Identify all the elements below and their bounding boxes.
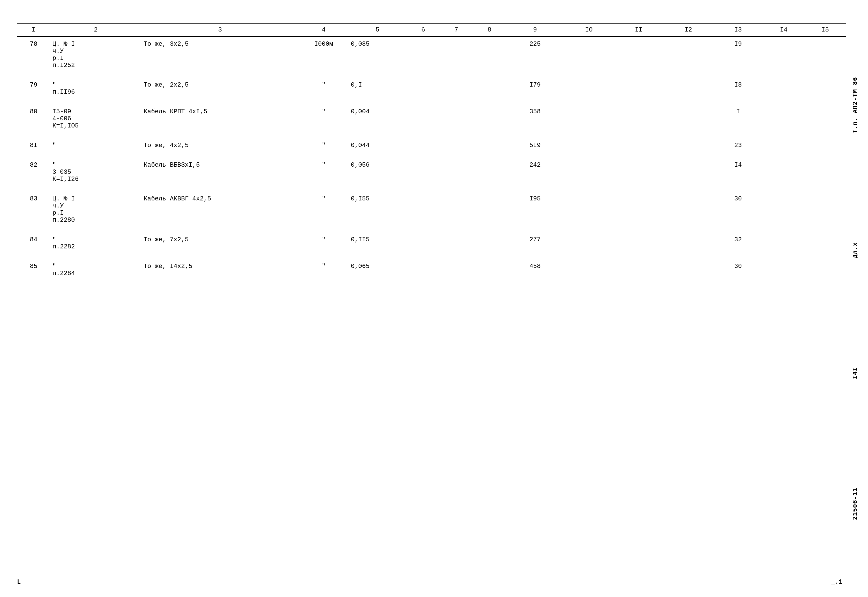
cell-6-11 xyxy=(664,233,713,254)
cell-6-2: То же, 7x2,5 xyxy=(141,233,299,254)
cell-2-11 xyxy=(664,105,713,133)
table-row: 78Ц. № I ч.У р.I п.I252То же, 3x2,5I000м… xyxy=(17,37,846,73)
header-row: I 2 3 4 5 6 7 8 9 IO II I2 I3 I4 I5 xyxy=(17,23,846,37)
cell-5-2: Кабель АКВВГ 4x2,5 xyxy=(141,192,299,227)
cell-0-8: 225 xyxy=(506,37,564,73)
cell-2-4: 0,004 xyxy=(349,105,407,133)
cell-2-2: Кабель КРПТ 4xI,5 xyxy=(141,105,299,133)
cell-5-0: 83 xyxy=(17,192,50,227)
table-row: 82" 3-035 К=I,I26Кабель ВБВЗxI,5"0,05624… xyxy=(17,158,846,186)
cell-3-12: 23 xyxy=(713,138,763,153)
cell-5-1: Ц. № I ч.У р.I п.2280 xyxy=(50,192,141,227)
cell-1-13 xyxy=(763,78,804,99)
cell-6-7 xyxy=(473,233,506,254)
side-label-2: Дл.х xyxy=(852,242,859,258)
cell-5-7 xyxy=(473,192,506,227)
cell-7-3: " xyxy=(299,260,349,281)
col-header-15: I5 xyxy=(804,23,846,37)
cell-7-14 xyxy=(804,260,846,281)
cell-1-9 xyxy=(564,78,614,99)
cell-4-14 xyxy=(804,158,846,186)
cell-0-0: 78 xyxy=(17,37,50,73)
cell-4-1: " 3-035 К=I,I26 xyxy=(50,158,141,186)
cell-7-1: " п.2284 xyxy=(50,260,141,281)
cell-6-10 xyxy=(614,233,663,254)
table-row: 83Ц. № I ч.У р.I п.2280Кабель АКВВГ 4x2,… xyxy=(17,192,846,227)
cell-3-9 xyxy=(564,138,614,153)
side-label-4: 21506-11 xyxy=(852,488,859,520)
bottom-left-label: L xyxy=(17,579,21,586)
cell-6-0: 84 xyxy=(17,233,50,254)
cell-7-8: 458 xyxy=(506,260,564,281)
cell-7-11 xyxy=(664,260,713,281)
row-spacer xyxy=(17,227,846,233)
cell-2-10 xyxy=(614,105,663,133)
cell-3-4: 0,044 xyxy=(349,138,407,153)
col-header-11: II xyxy=(614,23,663,37)
cell-3-5 xyxy=(407,138,440,153)
cell-0-6 xyxy=(440,37,473,73)
cell-2-3: " xyxy=(299,105,349,133)
cell-4-6 xyxy=(440,158,473,186)
cell-4-7 xyxy=(473,158,506,186)
col-header-7: 7 xyxy=(440,23,473,37)
cell-2-14 xyxy=(804,105,846,133)
cell-0-5 xyxy=(407,37,440,73)
cell-2-12: I xyxy=(713,105,763,133)
cell-3-13 xyxy=(763,138,804,153)
cell-4-10 xyxy=(614,158,663,186)
cell-6-1: " п.2282 xyxy=(50,233,141,254)
cell-5-4: 0,I55 xyxy=(349,192,407,227)
col-header-12: I2 xyxy=(664,23,713,37)
cell-1-11 xyxy=(664,78,713,99)
cell-4-9 xyxy=(564,158,614,186)
row-spacer xyxy=(17,73,846,78)
page-container: I 2 3 4 5 6 7 8 9 IO II I2 I3 I4 I5 78Ц.… xyxy=(0,0,868,597)
cell-4-5 xyxy=(407,158,440,186)
cell-4-0: 82 xyxy=(17,158,50,186)
cell-6-8: 277 xyxy=(506,233,564,254)
row-spacer xyxy=(17,99,846,105)
side-label-1: Т.п. АП2-ТМ 86 xyxy=(852,77,859,134)
col-header-6: 6 xyxy=(407,23,440,37)
cell-0-4: 0,085 xyxy=(349,37,407,73)
cell-3-7 xyxy=(473,138,506,153)
col-header-9: 9 xyxy=(506,23,564,37)
cell-7-12: 30 xyxy=(713,260,763,281)
cell-3-1: " xyxy=(50,138,141,153)
side-label-3: I4I xyxy=(852,367,859,379)
cell-4-3: " xyxy=(299,158,349,186)
col-header-3: 3 xyxy=(141,23,299,37)
cell-5-14 xyxy=(804,192,846,227)
row-spacer xyxy=(17,186,846,192)
bottom-right-label: _.1 xyxy=(831,579,843,586)
col-header-4: 4 xyxy=(299,23,349,37)
cell-1-12: I8 xyxy=(713,78,763,99)
col-header-5: 5 xyxy=(349,23,407,37)
cell-6-5 xyxy=(407,233,440,254)
cell-7-0: 85 xyxy=(17,260,50,281)
cell-7-13 xyxy=(763,260,804,281)
cell-2-8: 358 xyxy=(506,105,564,133)
col-header-8: 8 xyxy=(473,23,506,37)
col-header-10: IO xyxy=(564,23,614,37)
cell-3-10 xyxy=(614,138,663,153)
row-spacer xyxy=(17,254,846,260)
cell-0-1: Ц. № I ч.У р.I п.I252 xyxy=(50,37,141,73)
cell-0-7 xyxy=(473,37,506,73)
cell-7-5 xyxy=(407,260,440,281)
cell-2-7 xyxy=(473,105,506,133)
cell-0-13 xyxy=(763,37,804,73)
cell-5-3: " xyxy=(299,192,349,227)
col-header-13: I3 xyxy=(713,23,763,37)
cell-2-13 xyxy=(763,105,804,133)
cell-7-2: То же, I4x2,5 xyxy=(141,260,299,281)
cell-4-12: I4 xyxy=(713,158,763,186)
cell-4-11 xyxy=(664,158,713,186)
cell-0-2: То же, 3x2,5 xyxy=(141,37,299,73)
cell-7-9 xyxy=(564,260,614,281)
cell-3-8: 5I9 xyxy=(506,138,564,153)
cell-6-9 xyxy=(564,233,614,254)
cell-2-6 xyxy=(440,105,473,133)
cell-1-10 xyxy=(614,78,663,99)
